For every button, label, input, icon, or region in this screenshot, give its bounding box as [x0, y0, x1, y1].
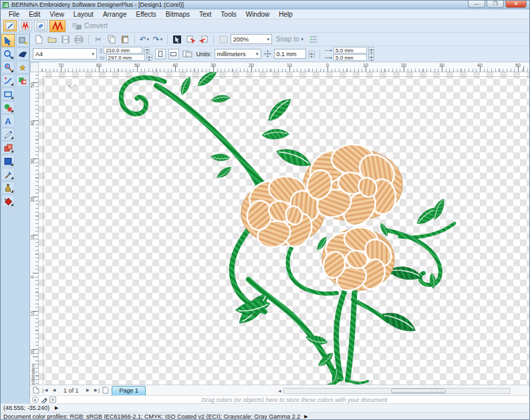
duplicate-x-spinner[interactable]: ▴▾ — [368, 47, 374, 54]
export-artwork-button[interactable] — [198, 33, 210, 45]
minimize-button[interactable]: — — [468, 1, 485, 8]
page-height-spinner[interactable]: ▴▾ — [146, 54, 152, 61]
page-width-field[interactable]: 210.0 mm — [104, 47, 142, 54]
horizontal-scrollbar[interactable]: ◄ ⋮⋮⋮ — [277, 387, 525, 394]
palette-picker-icon[interactable] — [41, 397, 47, 403]
menu-bitmaps[interactable]: Bitmaps — [162, 10, 194, 19]
menu-layout[interactable]: Layout — [70, 10, 98, 19]
menu-edit[interactable]: Edit — [25, 10, 44, 19]
page-width-spinner[interactable]: ▴▾ — [144, 47, 150, 54]
pick-tool[interactable] — [1, 34, 15, 47]
new-button[interactable] — [33, 33, 45, 45]
eyedropper-tool[interactable] — [1, 168, 15, 181]
duplicate-tool[interactable] — [1, 141, 15, 154]
text-tool[interactable]: A — [1, 114, 15, 127]
redo-dropdown-icon[interactable]: ▾ — [160, 37, 163, 42]
profiles-expand-icon[interactable]: ▶ — [304, 414, 307, 419]
smart-drawing-tool[interactable] — [16, 47, 29, 60]
shapes-tool[interactable] — [1, 101, 15, 114]
snap-to-dropdown[interactable]: Snap to ▾ — [273, 35, 306, 43]
stitch-player-button[interactable] — [49, 20, 65, 32]
menu-effects[interactable]: Effects — [132, 10, 160, 19]
add-page-icon[interactable] — [33, 387, 39, 394]
portrait-button[interactable] — [155, 49, 166, 60]
v-ruler-label: 0 — [30, 276, 35, 278]
close-button[interactable]: ✕ — [505, 1, 527, 8]
rectangle-tool[interactable] — [1, 88, 15, 100]
fill-color-tool[interactable] — [1, 195, 15, 207]
page-preset-combo[interactable]: A4 ▾ — [33, 48, 97, 60]
coordinates-expand-icon[interactable]: ▶ — [55, 405, 58, 411]
design-canvas[interactable]: ⇖⁺ — [39, 72, 530, 385]
scroll-left-icon[interactable]: ◄ — [277, 389, 282, 393]
first-page-button[interactable]: |◄ — [42, 387, 49, 393]
page-settings-button[interactable] — [182, 48, 194, 60]
menu-window[interactable]: Window — [242, 10, 274, 19]
object-star-tool[interactable]: ★ — [16, 74, 29, 87]
landscape-button[interactable] — [168, 49, 179, 60]
save-button[interactable] — [59, 33, 72, 45]
nudge-spinner[interactable]: ▴▾ — [309, 51, 315, 58]
h-ruler-label: 20 — [249, 63, 254, 68]
previous-page-button[interactable]: ◄ — [51, 387, 57, 393]
menu-tools[interactable]: Tools — [217, 10, 240, 19]
transform-tool[interactable]: ★ — [16, 34, 29, 47]
artwork-canvas-mode-button[interactable] — [3, 20, 17, 31]
menu-file[interactable]: File — [5, 10, 23, 19]
page-indicator: 1 of 1 — [59, 387, 83, 394]
application-window: BERNINA Embroidery Software DesignerPlus… — [0, 0, 530, 420]
zoom-tool[interactable] — [1, 47, 15, 60]
page-icon — [102, 387, 109, 394]
nudge-field[interactable]: 0.1 mm — [274, 49, 306, 59]
snap-caret-icon: ▾ — [301, 37, 303, 42]
duplicate-y-field[interactable]: 5.0 mm — [334, 54, 367, 61]
restore-button[interactable]: ❐ — [487, 1, 504, 8]
palette-flyout-button[interactable]: ▸ — [32, 397, 39, 403]
freehand-tool-icon — [3, 76, 13, 86]
next-page-button[interactable]: ► — [85, 387, 90, 393]
redo-button[interactable]: ↷▾ — [152, 33, 164, 45]
title-bar: BERNINA Embroidery Software DesignerPlus… — [1, 1, 530, 9]
undo-button[interactable]: ↶▾ — [138, 33, 150, 45]
page-height-field[interactable]: 297.0 mm — [106, 54, 145, 61]
menu-help[interactable]: Help — [275, 10, 297, 19]
snap-options-button[interactable] — [307, 33, 319, 45]
freehand-tool[interactable] — [1, 74, 15, 87]
menu-arrange[interactable]: Arrange — [99, 10, 131, 19]
convert-button[interactable]: Convert — [68, 21, 112, 31]
zoom-object-tool[interactable] — [1, 61, 15, 74]
text-tool-icon: A — [3, 116, 13, 126]
page-tab[interactable]: Page 1 — [112, 386, 146, 395]
page-tab-label: Page 1 — [119, 387, 138, 394]
print-button[interactable] — [73, 33, 85, 45]
design-wizard-button[interactable] — [171, 33, 183, 45]
smart-drawing-tool-icon — [17, 49, 28, 59]
menu-view[interactable]: View — [45, 10, 68, 19]
scrollbar-thumb[interactable]: ⋮⋮⋮ — [391, 389, 446, 393]
duplicate-x-field[interactable]: 5.0 mm — [334, 47, 367, 54]
units-value: millimeters — [217, 51, 246, 58]
stitch-view-mode-button[interactable] — [34, 20, 47, 31]
no-color-swatch-icon[interactable]: ✕ — [49, 397, 56, 403]
pen-tool[interactable] — [1, 128, 15, 140]
redo-icon: ↷ — [153, 35, 160, 43]
pan-button[interactable] — [217, 33, 229, 45]
cut-button[interactable]: ✂ — [92, 33, 104, 45]
zoom-level-value: 200% — [233, 36, 249, 43]
scrollbar-track[interactable]: ⋮⋮⋮ — [283, 388, 511, 394]
fill-square-tool[interactable] — [1, 154, 15, 167]
ink-bottle-tool[interactable] — [1, 181, 15, 194]
units-combo[interactable]: millimeters ▾ — [215, 49, 261, 59]
duplicate-y-spinner[interactable]: ▴▾ — [368, 54, 374, 61]
open-button[interactable] — [46, 33, 58, 45]
undo-dropdown-icon[interactable]: ▾ — [147, 37, 150, 42]
star-shape-tool[interactable]: ★ — [16, 61, 29, 74]
last-page-button[interactable]: ►| — [93, 387, 100, 393]
window-title: BERNINA Embroidery Software DesignerPlus… — [11, 1, 184, 8]
menu-text[interactable]: Text — [195, 10, 215, 19]
import-artwork-button[interactable] — [184, 33, 196, 45]
copy-button[interactable] — [106, 33, 118, 45]
zoom-level-combo[interactable]: 200% ▾ — [231, 34, 272, 44]
paste-button[interactable] — [119, 33, 131, 45]
embroidery-canvas-mode-button[interactable] — [19, 20, 32, 31]
